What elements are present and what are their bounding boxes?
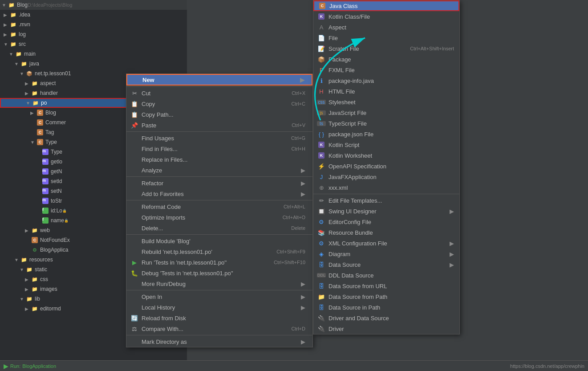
submenu-label-fxml: FXML File: [328, 67, 355, 73]
menu-label-open-in: Open In: [142, 294, 162, 300]
menu-item-reload[interactable]: 🔄 Reload from Disk: [126, 313, 312, 323]
arrow-main: [9, 52, 15, 57]
tree-item-mvn[interactable]: 📁 .mvn: [0, 20, 187, 29]
menu-item-find-files[interactable]: Find in Files... Ctrl+H: [126, 143, 312, 154]
run-shortcut: Ctrl+Shift+F10: [274, 260, 305, 265]
tree-label-setld: setld: [51, 178, 62, 184]
menu-item-rebuild[interactable]: Rebuild 'net.tp.lesson01.po' Ctrl+Shift+…: [126, 246, 312, 257]
submenu-item-kotlin-worksheet[interactable]: K Kotlin Worksheet: [313, 150, 459, 161]
submenu-item-ddl[interactable]: DDL DDL Data Source: [313, 270, 459, 281]
submenu-item-kotlin-script[interactable]: K Kotlin Script: [313, 139, 459, 150]
method-icon-tostr: m: [42, 197, 49, 204]
submenu-item-driver-datasource[interactable]: 🔌 Driver and Data Source: [313, 313, 459, 323]
submenu-item-scratch[interactable]: 📝 Scratch File Ctrl+Alt+Shift+Insert: [313, 43, 459, 54]
submenu-label-xml-config: XML Configuration File: [328, 240, 387, 247]
submenu-item-driver[interactable]: 🔌 Driver: [313, 323, 459, 334]
submenu-item-package[interactable]: 📦 Package: [313, 54, 459, 65]
submenu-item-aspect[interactable]: A Aspect: [313, 22, 459, 33]
java-class-submenu-icon: C: [318, 3, 327, 9]
submenu-item-file[interactable]: 📄 File: [313, 33, 459, 43]
submenu-item-datasource-path[interactable]: 📁 Data Source from Path: [313, 291, 459, 302]
submenu-label-datasource-in-path: Data Source in Path: [328, 304, 380, 311]
menu-item-new[interactable]: New ▶: [126, 74, 312, 86]
optimize-shortcut: Ctrl+Alt+O: [283, 215, 305, 220]
tree-label-editormd: editormd: [40, 306, 61, 312]
html-submenu-icon: H: [317, 88, 326, 95]
context-menu: New ▶ ✂ Cut Ctrl+X 📋 Copy Ctrl+C 📋 Copy …: [126, 73, 313, 347]
menu-item-replace[interactable]: Replace in Files...: [126, 154, 312, 165]
tree-item-main[interactable]: 📁 main: [0, 49, 187, 59]
menu-item-build[interactable]: Build Module 'Blog': [126, 236, 312, 246]
menu-item-reformat[interactable]: Reformat Code Ctrl+Alt+L: [126, 201, 312, 212]
submenu-item-edit-templates[interactable]: ✏ Edit File Templates...: [313, 195, 459, 206]
menu-item-delete[interactable]: Delete... Delete: [126, 223, 312, 233]
arrow-handler: [25, 91, 31, 96]
tree-label-commer: Commer: [45, 119, 66, 126]
arrow-blog-class: [30, 110, 36, 115]
tree-item-java[interactable]: 📁 java: [0, 59, 187, 69]
menu-item-analyze[interactable]: Analyze ▶: [126, 165, 312, 175]
folder-icon-editormd: 📁: [31, 305, 38, 312]
tree-label-type-method: Type: [51, 149, 62, 155]
analyze-submenu-arrow: ▶: [301, 167, 305, 174]
submenu-item-datasource-url[interactable]: 🗄 Data Source from URL: [313, 281, 459, 291]
submenu-item-js[interactable]: js JavaScript File: [313, 107, 459, 118]
submenu-item-kotlin[interactable]: K Kotlin Class/File: [313, 11, 459, 22]
arrow-idea: [4, 12, 10, 17]
menu-item-compare[interactable]: ⚖ Compare With... Ctrl+D: [126, 323, 312, 334]
submenu-item-fxml[interactable]: F FXML File: [313, 65, 459, 75]
menu-item-open-in[interactable]: Open In ▶: [126, 291, 312, 302]
submenu-item-ts[interactable]: ts TypeScript File: [313, 118, 459, 129]
scratch-submenu-icon: 📝: [317, 45, 326, 52]
submenu-item-editor-config[interactable]: ⚙ EditorConfig File: [313, 216, 459, 227]
folder-icon-resources: 📁: [20, 256, 28, 263]
file-submenu-icon: 📄: [317, 35, 326, 41]
menu-item-mark-dir[interactable]: Mark Directory as ▶: [126, 336, 312, 347]
menu-item-optimize[interactable]: Optimize Imports Ctrl+Alt+O: [126, 212, 312, 223]
submenu-item-css[interactable]: css Stylesheet: [313, 97, 459, 107]
submenu-item-openapi[interactable]: ⚡ OpenAPI Specification: [313, 161, 459, 171]
submenu-item-html[interactable]: H HTML File: [313, 86, 459, 97]
folder-icon-po: 📁: [32, 99, 39, 106]
folder-icon-mvn: 📁: [10, 21, 17, 28]
arrow-type: [30, 140, 36, 145]
submenu-item-xml-config[interactable]: ⚙ XML Configuration File ▶: [313, 238, 459, 249]
menu-item-debug[interactable]: 🐛 Debug 'Tests in 'net.tp.lesson01.po'': [126, 268, 312, 278]
tree-item-src[interactable]: 📁 src: [0, 39, 187, 49]
submenu-label-css: Stylesheet: [328, 99, 356, 106]
bottom-bar: ▶ Run: BlogApplication https://blog.csdn…: [0, 360, 588, 371]
submenu-item-java-class[interactable]: C Java Class: [313, 0, 459, 11]
menu-item-copy-path[interactable]: 📋 Copy Path...: [126, 109, 312, 120]
menu-item-more-run[interactable]: More Run/Debug ▶: [126, 278, 312, 289]
submenu-item-resource-bundle[interactable]: 📚 Resource Bundle: [313, 227, 459, 238]
menu-label-find-files: Find in Files...: [142, 146, 178, 152]
menu-item-local-history[interactable]: Local History ▶: [126, 302, 312, 313]
submenu-item-swing[interactable]: 🔲 Swing UI Designer ▶: [313, 206, 459, 216]
menu-item-cut[interactable]: ✂ Cut Ctrl+X: [126, 88, 312, 98]
submenu-item-pkg-json[interactable]: { } package.json File: [313, 129, 459, 139]
submenu-item-xml[interactable]: ⊕ xxx.xml: [313, 182, 459, 193]
submenu-label-ddl: DDL Data Source: [328, 272, 373, 279]
tree-item-blog[interactable]: 📁 Blog D:\IdeaProjects\Blog: [0, 0, 187, 10]
menu-item-copy[interactable]: 📋 Copy Ctrl+C: [126, 98, 312, 109]
tree-item-log[interactable]: 📁 log: [0, 29, 187, 39]
menu-item-paste[interactable]: 📌 Paste Ctrl+V: [126, 120, 312, 130]
submenu-item-javafx[interactable]: J JavaFXApplication: [313, 171, 459, 182]
menu-item-find-usages[interactable]: Find Usages Ctrl+G: [126, 133, 312, 143]
package-icon: 📦: [26, 70, 33, 77]
submenu-item-datasource-in-path[interactable]: 🗄 Data Source in Path: [313, 302, 459, 313]
menu-label-find-usages: Find Usages: [142, 135, 174, 142]
tree-item-idea[interactable]: 📁 .idea: [0, 10, 187, 20]
submenu-item-diagram[interactable]: ◈ Diagram ▶: [313, 249, 459, 259]
submenu-item-pkg-info[interactable]: ℹ package-info.java: [313, 75, 459, 86]
favorites-submenu-arrow: ▶: [301, 191, 305, 197]
submenu-item-datasource[interactable]: 🗄 Data Source ▶: [313, 259, 459, 270]
menu-item-add-favorites[interactable]: Add to Favorites ▶: [126, 188, 312, 199]
editor-config-submenu-icon: ⚙: [317, 219, 326, 225]
menu-item-refactor[interactable]: Refactor ▶: [126, 178, 312, 188]
js-submenu-icon: js: [317, 110, 326, 115]
submenu-label-pkg-json: package.json File: [328, 131, 373, 138]
folder-icon-idea: 📁: [10, 11, 17, 18]
lock-overlay-id: 🔒: [62, 209, 67, 213]
menu-item-run[interactable]: ▶ Run 'Tests in 'net.tp.lesson01.po'' Ct…: [126, 257, 312, 268]
